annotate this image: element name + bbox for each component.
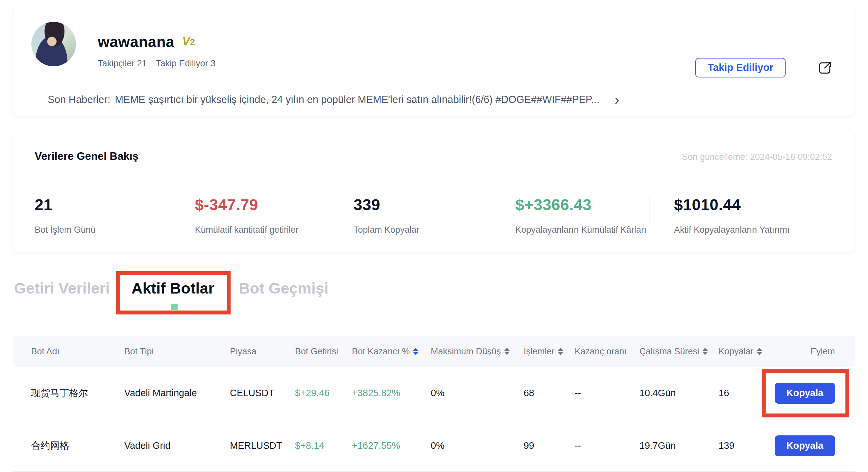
cell-bot-type: Vadeli Grid bbox=[124, 440, 230, 451]
following-count: Takip Ediliyor 3 bbox=[156, 59, 216, 69]
cell-bot-type: Vadeli Martingale bbox=[124, 388, 230, 399]
last-update-timestamp: Son güncelleme: 2024-05-16 09:02:52 bbox=[682, 152, 832, 162]
cell-max-drawdown: 0% bbox=[431, 440, 524, 451]
stat-divider bbox=[491, 197, 491, 225]
stat-divider bbox=[649, 197, 650, 225]
col-bot-getirisi: Bot Getirisi bbox=[295, 346, 352, 357]
tab-getiri-verileri[interactable]: Getiri Verileri bbox=[14, 278, 110, 298]
active-bots-table: Bot Adı Bot Tipi Piyasa Bot Getirisi Bot… bbox=[13, 336, 855, 472]
stat-value: 339 bbox=[353, 196, 419, 214]
cell-bot-profit-pct: +3825.82% bbox=[352, 388, 431, 399]
follow-button[interactable]: Takip Ediliyor bbox=[695, 58, 785, 77]
cell-runtime: 19.7Gün bbox=[640, 440, 718, 451]
stat-copiers-cumulative-profit: $+3366.43 Kopyalayanların Kümülatif Kârl… bbox=[516, 196, 647, 235]
cell-max-drawdown: 0% bbox=[431, 388, 524, 399]
col-kopyalar-sortable[interactable]: Kopyalar bbox=[718, 346, 775, 357]
col-kazanc-orani: Kazanç oranı bbox=[575, 346, 640, 357]
profile-card: wawanana V2 Takipçiler 21 Takip Ediliyor… bbox=[13, 6, 855, 116]
stat-value: $-347.79 bbox=[195, 196, 299, 214]
share-button[interactable] bbox=[817, 60, 833, 76]
table-header-row: Bot Adı Bot Tipi Piyasa Bot Getirisi Bot… bbox=[13, 336, 855, 367]
stat-cumulative-returns: $-347.79 Kümülatif kantitatif getiriler bbox=[195, 196, 299, 235]
sort-icon[interactable] bbox=[413, 348, 418, 355]
table-bottom-divider bbox=[13, 471, 855, 472]
col-bot-kazanci-sortable[interactable]: Bot Kazancı % bbox=[352, 346, 431, 357]
cell-runtime: 10.4Gün bbox=[640, 388, 718, 399]
cell-bot-name: 合约网格 bbox=[31, 439, 124, 452]
cell-win-rate: -- bbox=[575, 388, 640, 399]
cell-market: CELUSDT bbox=[230, 388, 295, 399]
copy-button[interactable]: Kopyala bbox=[775, 383, 835, 404]
cell-copies: 139 bbox=[718, 440, 775, 451]
active-tab-indicator bbox=[172, 304, 178, 310]
overview-title: Verilere Genel Bakış bbox=[35, 150, 138, 163]
sort-icon[interactable] bbox=[703, 348, 708, 355]
profile-name-row: wawanana V2 bbox=[98, 33, 195, 50]
stat-value: 21 bbox=[35, 196, 95, 214]
stat-label: Toplam Kopyalar bbox=[353, 225, 419, 235]
copy-button[interactable]: Kopyala bbox=[775, 435, 835, 456]
col-maksimum-dusus-sortable[interactable]: Maksimum Düşüş bbox=[431, 346, 524, 357]
avatar[interactable] bbox=[31, 22, 76, 66]
stat-label: Aktif Kopyalayanların Yatırımı bbox=[674, 225, 789, 235]
col-bot-adi: Bot Adı bbox=[31, 346, 124, 357]
stat-divider bbox=[173, 197, 173, 225]
cell-bot-profit-pct: +1627.55% bbox=[352, 440, 431, 451]
tab-bot-gecmisi[interactable]: Bot Geçmişi bbox=[239, 278, 328, 298]
sort-icon[interactable] bbox=[558, 348, 563, 355]
followers-count: Takipçiler 21 bbox=[98, 59, 147, 69]
cell-bot-return: $+29.46 bbox=[295, 388, 352, 399]
level-badge: V2 bbox=[182, 34, 195, 48]
stat-value: $1010.44 bbox=[674, 196, 789, 214]
share-icon bbox=[817, 60, 833, 76]
stat-value: $+3366.43 bbox=[516, 196, 647, 214]
cell-bot-return: $+8.14 bbox=[295, 440, 352, 451]
stat-label: Kopyalayanların Kümülatif Kârları bbox=[516, 225, 647, 235]
stat-bot-trading-days: 21 Bot İşlem Günü bbox=[35, 196, 95, 235]
col-islemler-sortable[interactable]: İşlemler bbox=[524, 346, 575, 357]
stat-active-copiers-investment: $1010.44 Aktif Kopyalayanların Yatırımı bbox=[674, 196, 789, 235]
stat-total-copies: 339 Toplam Kopyalar bbox=[353, 196, 419, 235]
table-row: 合约网格 Vadeli Grid MERLUSDT $+8.14 +1627.5… bbox=[13, 419, 855, 472]
col-piyasa: Piyasa bbox=[230, 346, 295, 357]
cell-trades: 68 bbox=[524, 388, 575, 399]
col-calisma-suresi-sortable[interactable]: Çalışma Süresi bbox=[640, 346, 718, 357]
tab-aktif-botlar[interactable]: Aktif Botlar bbox=[131, 278, 214, 298]
col-eylem: Eylem bbox=[775, 346, 835, 357]
sort-icon[interactable] bbox=[757, 348, 762, 355]
cell-copies: 16 bbox=[718, 388, 775, 399]
stat-label: Bot İşlem Günü bbox=[35, 225, 95, 235]
cell-market: MERLUSDT bbox=[230, 440, 295, 451]
copy-trading-profile-page: wawanana V2 Takipçiler 21 Takip Ediliyor… bbox=[0, 0, 868, 472]
col-bot-tipi: Bot Tipi bbox=[124, 346, 230, 357]
chevron-right-icon[interactable]: › bbox=[615, 95, 619, 105]
follow-stats: Takipçiler 21 Takip Ediliyor 3 bbox=[98, 59, 216, 69]
cell-win-rate: -- bbox=[575, 440, 640, 451]
cell-trades: 99 bbox=[524, 440, 575, 451]
profile-name: wawanana bbox=[98, 33, 174, 50]
latest-news-row[interactable]: Son Haberler: MEME şaşırtıcı bir yükseli… bbox=[48, 94, 839, 106]
cell-bot-name: 现货马丁格尔 bbox=[31, 387, 124, 400]
data-overview-card: Verilere Genel Bakış Son güncelleme: 202… bbox=[13, 131, 855, 252]
stat-divider bbox=[332, 197, 332, 225]
sort-icon[interactable] bbox=[504, 348, 509, 355]
stat-label: Kümülatif kantitatif getiriler bbox=[195, 225, 299, 235]
news-text: MEME şaşırtıcı bir yükseliş içinde, 24 y… bbox=[115, 94, 599, 106]
table-row: 现货马丁格尔 Vadeli Martingale CELUSDT $+29.46… bbox=[13, 367, 855, 419]
news-label: Son Haberler: bbox=[48, 94, 110, 106]
